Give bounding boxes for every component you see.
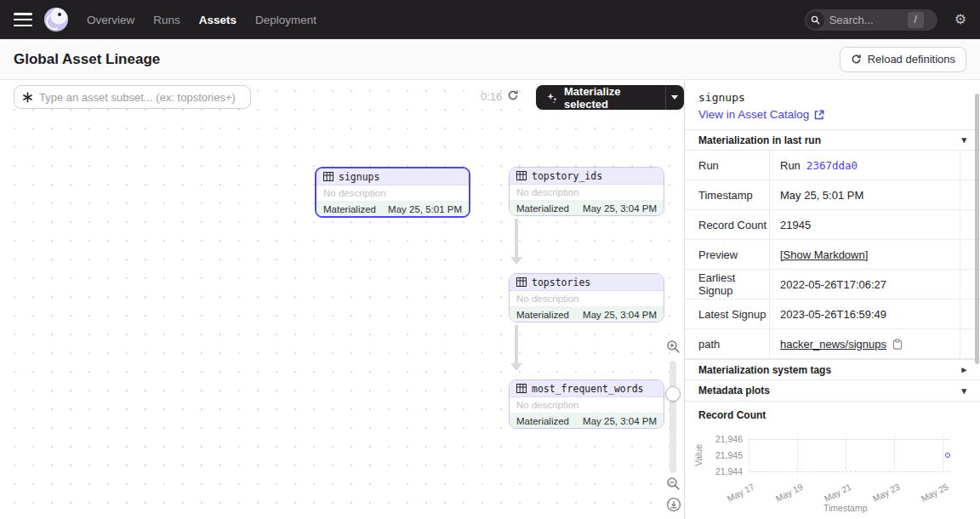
zoom-in-icon[interactable] bbox=[666, 339, 681, 354]
asset-description: No description bbox=[510, 185, 664, 200]
asset-status: Materialized bbox=[323, 204, 376, 214]
copy-icon[interactable] bbox=[892, 339, 903, 350]
dagster-logo[interactable] bbox=[44, 8, 68, 31]
page-title: Global Asset Lineage bbox=[14, 51, 160, 68]
recenter-icon[interactable] bbox=[666, 497, 681, 512]
view-in-asset-catalog-link[interactable]: View in Asset Catalog bbox=[698, 108, 824, 121]
asset-name: signups bbox=[339, 171, 379, 183]
table-row-path: path hacker_news/signups bbox=[685, 329, 980, 359]
table-row-latest-signup: Latest Signup 2023-05-26T16:59:49 bbox=[685, 299, 980, 329]
nav-overview[interactable]: Overview bbox=[87, 14, 134, 26]
x-tick-label: May 23 bbox=[862, 482, 901, 509]
primary-nav: Overview Runs Assets Deployment bbox=[87, 14, 316, 26]
table-icon bbox=[323, 172, 333, 181]
table-icon bbox=[516, 171, 527, 180]
asset-status: Materialized bbox=[516, 203, 569, 214]
y-tick-label: 21,945 bbox=[705, 450, 743, 460]
sparkle-icon bbox=[546, 92, 558, 104]
asset-node-topstories[interactable]: topstories No description Materialized M… bbox=[509, 273, 664, 322]
asset-status: Materialized bbox=[516, 416, 569, 426]
asset-name: topstories bbox=[532, 277, 590, 288]
asset-name: most_frequent_words bbox=[532, 383, 644, 395]
chart-title: Record Count bbox=[685, 402, 980, 425]
asset-subset-filter[interactable] bbox=[14, 85, 251, 109]
zoom-slider[interactable] bbox=[669, 361, 676, 473]
reload-icon bbox=[851, 54, 862, 65]
chevron-down-icon: ▾ bbox=[961, 134, 966, 145]
main-content: 0:16 Materialize selected bbox=[0, 80, 980, 519]
nav-runs[interactable]: Runs bbox=[153, 14, 180, 26]
record-count-chart: Value21,94621,94521,944May 17May 19May 2… bbox=[685, 425, 966, 516]
search-input[interactable] bbox=[829, 14, 903, 26]
chevron-down-icon: ▾ bbox=[961, 385, 966, 396]
table-row-timestamp: Timestamp May 25, 5:01 PM bbox=[685, 180, 980, 210]
refresh-timer: 0:16 bbox=[481, 90, 502, 103]
hamburger-menu-icon[interactable] bbox=[14, 13, 32, 26]
section-materialization-system-tags[interactable]: Materialization system tags ▸ bbox=[685, 359, 980, 380]
asset-status: Materialized bbox=[516, 310, 569, 320]
asset-timestamp: May 25, 3:04 PM bbox=[583, 203, 657, 214]
asset-name: topstory_ids bbox=[532, 170, 602, 182]
asset-details-panel: signups View in Asset Catalog Materializ… bbox=[684, 80, 980, 519]
table-row-earliest-signup: Earliest Signup 2022-05-26T17:06:27 bbox=[685, 270, 980, 299]
asset-timestamp: May 25, 3:04 PM bbox=[583, 310, 657, 320]
x-tick-label: May 17 bbox=[716, 482, 755, 509]
zoom-out-icon[interactable] bbox=[666, 476, 681, 491]
asset-graph-icon bbox=[22, 92, 33, 103]
search-shortcut-badge: / bbox=[908, 12, 924, 28]
asset-node-signups[interactable]: signups No description Materialized May … bbox=[315, 167, 470, 218]
nav-assets[interactable]: Assets bbox=[199, 14, 236, 26]
top-navbar: Overview Runs Assets Deployment / ⚙ bbox=[0, 0, 980, 39]
section-metadata-plots[interactable]: Metadata plots ▾ bbox=[685, 380, 980, 402]
asset-node-topstory-ids[interactable]: topstory_ids No description Materialized… bbox=[509, 167, 664, 216]
x-tick-label: May 19 bbox=[765, 482, 804, 509]
page-header: Global Asset Lineage Reload definitions bbox=[0, 39, 980, 80]
search-icon bbox=[806, 11, 824, 29]
reload-definitions-button[interactable]: Reload definitions bbox=[840, 47, 966, 72]
data-point bbox=[945, 453, 950, 458]
metadata-table: Run Run 2367dda0 Timestamp May 25, 5:01 … bbox=[685, 151, 980, 359]
y-tick-label: 21,944 bbox=[705, 466, 743, 476]
table-icon bbox=[516, 277, 527, 287]
lineage-edge bbox=[515, 325, 518, 363]
x-tick-label: May 25 bbox=[910, 482, 949, 509]
path-link[interactable]: hacker_news/signups bbox=[780, 338, 886, 351]
x-axis-label: Timestamp bbox=[823, 503, 868, 513]
asset-subset-input[interactable] bbox=[39, 91, 242, 104]
show-markdown-link[interactable]: [Show Markdown] bbox=[780, 248, 868, 261]
asset-description: No description bbox=[316, 185, 469, 201]
zoom-slider-handle[interactable] bbox=[665, 386, 681, 402]
table-row-run: Run Run 2367dda0 bbox=[685, 151, 980, 180]
materialize-dropdown-caret[interactable] bbox=[665, 85, 684, 110]
materialize-selected-button[interactable]: Materialize selected bbox=[536, 85, 665, 110]
asset-lineage-graph[interactable]: 0:16 Materialize selected bbox=[0, 80, 684, 519]
lineage-edge bbox=[515, 219, 518, 257]
nav-deployment[interactable]: Deployment bbox=[255, 14, 316, 26]
asset-description: No description bbox=[510, 397, 664, 413]
y-tick-label: 21,946 bbox=[705, 434, 743, 444]
global-search[interactable]: / bbox=[805, 9, 937, 31]
section-materialization-last-run[interactable]: Materialization in last run ▾ bbox=[685, 129, 980, 151]
table-row-preview: Preview [Show Markdown] bbox=[685, 240, 980, 270]
asset-description: No description bbox=[510, 291, 664, 306]
table-icon bbox=[516, 384, 527, 393]
panel-scrollbar[interactable] bbox=[975, 94, 979, 364]
asset-node-most-frequent-words[interactable]: most_frequent_words No description Mater… bbox=[509, 379, 664, 429]
run-id-link[interactable]: 2367dda0 bbox=[806, 159, 858, 172]
gear-icon[interactable]: ⚙ bbox=[954, 13, 966, 26]
table-row-record-count: Record Count 21945 bbox=[685, 210, 980, 240]
panel-asset-name: signups bbox=[698, 91, 966, 104]
asset-timestamp: May 25, 5:01 PM bbox=[388, 204, 462, 214]
external-link-icon bbox=[814, 110, 824, 120]
chevron-right-icon: ▸ bbox=[961, 364, 966, 375]
caret-down-icon bbox=[671, 95, 678, 100]
materialize-split-button: Materialize selected bbox=[536, 85, 684, 110]
refresh-icon[interactable] bbox=[507, 89, 519, 101]
asset-timestamp: May 25, 3:04 PM bbox=[583, 416, 657, 426]
y-axis-label: Value bbox=[693, 438, 704, 472]
